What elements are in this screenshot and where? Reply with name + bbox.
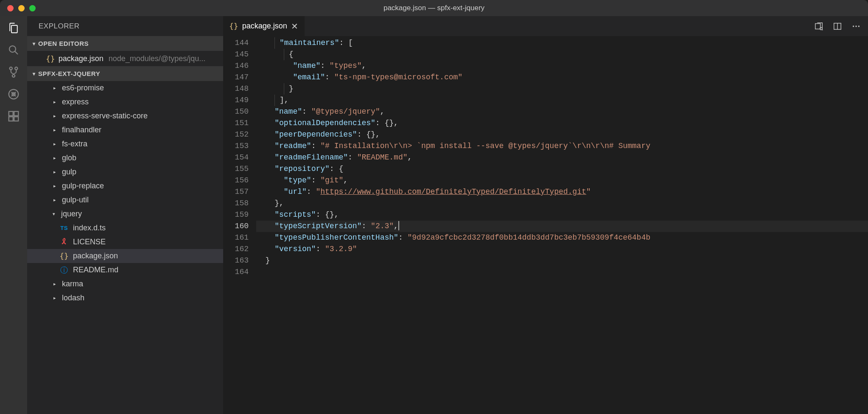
tree-item[interactable]: ▸express-serve-static-core [27,109,223,123]
json-file-icon: {} [59,252,69,260]
tree-item-label: fs-extra [62,140,87,148]
svg-point-3 [15,67,17,70]
editor-actions [814,16,868,36]
open-editor-filename: package.json [59,54,104,63]
chevron-right-icon: ▸ [52,155,58,161]
window-title: package.json — spfx-ext-jquery [384,4,484,12]
tree-item[interactable]: ▸gulp-replace [27,179,223,193]
svg-point-4 [12,75,15,77]
svg-point-0 [9,46,16,52]
activity-bar [0,16,27,414]
license-file-icon: 🎗 [59,238,69,246]
tree-item[interactable]: ▸gulp-util [27,193,223,207]
json-file-icon: {} [229,22,238,31]
chevron-right-icon: ▸ [52,197,58,203]
tree-item[interactable]: ▸express [27,95,223,109]
tree-item[interactable]: 🎗LICENSE [27,235,223,249]
titlebar: package.json — spfx-ext-jquery [0,0,868,16]
more-actions-icon[interactable] [851,21,861,31]
svg-line-13 [822,29,823,30]
open-editor-item[interactable]: {} package.json node_modules/@types/jqu.… [27,51,223,66]
chevron-right-icon: ▸ [52,85,58,91]
chevron-right-icon: ▸ [52,99,58,105]
svg-rect-7 [9,112,13,116]
window-controls [0,5,36,11]
chevron-right-icon: ▸ [52,141,58,147]
chevron-right-icon: ▸ [52,127,58,133]
explorer-sidebar: EXPLORER ▾ OPEN EDITORS {} package.json … [27,16,223,414]
svg-point-6 [12,92,15,96]
svg-rect-8 [9,117,13,121]
tree-item[interactable]: ⓘREADME.md [27,263,223,277]
svg-point-17 [855,25,857,27]
line-number-gutter: 1441451461471481491501511521531541551561… [223,37,256,414]
json-file-icon: {} [46,54,55,63]
tree-item-label: express-serve-static-core [62,112,148,120]
close-tab-icon[interactable]: ✕ [291,21,299,31]
chevron-down-icon: ▾ [30,71,38,77]
svg-point-2 [10,67,12,70]
svg-rect-10 [14,112,18,116]
tree-item[interactable]: ▸fs-extra [27,137,223,151]
svg-point-18 [858,25,860,27]
open-editors-label: OPEN EDITORS [38,40,89,47]
tab-bar: {} package.json ✕ [223,16,868,36]
maximize-window-button[interactable] [29,5,36,11]
tree-item-label: lodash [62,294,84,302]
chevron-right-icon: ▸ [52,295,58,301]
extensions-activity-icon[interactable] [7,109,20,123]
explorer-activity-icon[interactable] [7,21,20,35]
tree-item-label: jquery [61,210,82,218]
tree-item-label: express [62,98,89,106]
tree-item[interactable]: ▾jquery [27,207,223,221]
split-editor-icon[interactable] [832,21,843,31]
tree-item-label: gulp-util [62,196,89,204]
tree-item-label: LICENSE [73,238,106,246]
file-tree: ▸es6-promise▸express▸express-serve-stati… [27,81,223,305]
tab-filename: package.json [242,22,287,31]
tree-item-label: gulp [62,168,76,176]
open-editor-path: node_modules/@types/jqu... [109,54,205,63]
tree-item[interactable]: ▸finalhandler [27,123,223,137]
tree-item[interactable]: TSindex.d.ts [27,221,223,235]
tree-item[interactable]: {}package.json [27,249,223,263]
open-editors-section-header[interactable]: ▾ OPEN EDITORS [27,36,223,51]
tree-item-label: es6-promise [62,84,104,92]
project-section-header[interactable]: ▾ SPFX-EXT-JQUERY [27,66,223,81]
tree-item-label: gulp-replace [62,182,104,190]
tree-item[interactable]: ▸es6-promise [27,81,223,95]
tree-item-label: finalhandler [62,126,101,134]
svg-rect-9 [14,117,18,121]
tree-item-label: karma [62,280,83,288]
chevron-right-icon: ▸ [52,183,58,189]
tree-item[interactable]: ▸lodash [27,291,223,305]
svg-point-16 [853,25,854,27]
info-file-icon: ⓘ [59,265,69,275]
compare-changes-icon[interactable] [814,21,824,31]
typescript-file-icon: TS [59,225,69,231]
close-window-button[interactable] [7,5,14,11]
tree-item-label: package.json [73,252,118,260]
code-content[interactable]: "maintainers": [ { "name": "types", "ema… [256,37,868,414]
search-activity-icon[interactable] [7,43,20,57]
tree-item[interactable]: ▸karma [27,277,223,291]
project-label: SPFX-EXT-JQUERY [38,70,100,77]
chevron-down-icon: ▾ [51,211,57,217]
tree-item-label: README.md [73,266,118,274]
editor-body[interactable]: 1441451461471481491501511521531541551561… [223,36,868,414]
editor-area: {} package.json ✕ 1441451461471481491501… [223,16,868,414]
chevron-down-icon: ▾ [30,41,38,47]
tree-item[interactable]: ▸glob [27,151,223,165]
chevron-right-icon: ▸ [52,281,58,287]
chevron-right-icon: ▸ [52,169,58,175]
svg-rect-11 [815,23,820,29]
tree-item-label: index.d.ts [73,224,106,232]
editor-tab[interactable]: {} package.json ✕ [223,16,305,36]
tree-item-label: glob [62,154,76,162]
tree-item[interactable]: ▸gulp [27,165,223,179]
minimize-window-button[interactable] [18,5,25,11]
source-control-activity-icon[interactable] [7,65,20,79]
svg-line-1 [15,51,18,54]
debug-activity-icon[interactable] [7,87,20,101]
sidebar-title: EXPLORER [27,16,223,36]
